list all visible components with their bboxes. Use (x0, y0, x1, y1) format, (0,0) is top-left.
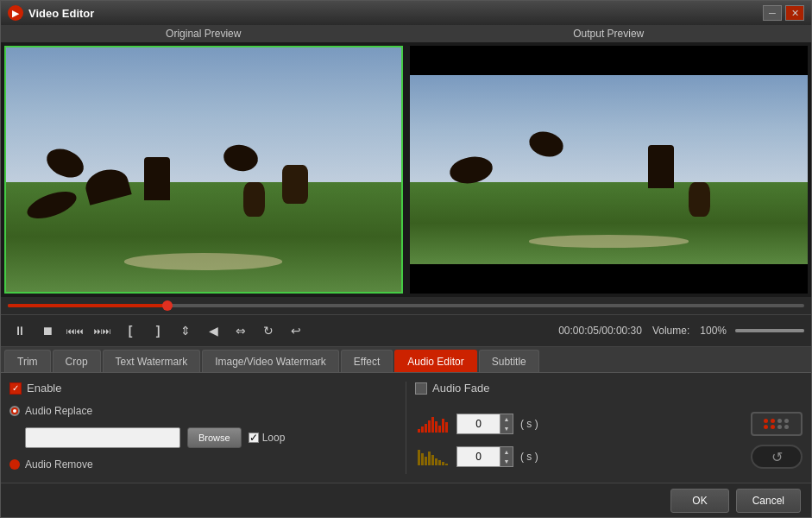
enable-checkbox[interactable]: ✓ (9, 382, 22, 395)
mdot-3 (777, 419, 782, 423)
audio-fade-checkbox[interactable] (415, 382, 427, 395)
fade-in-up-spinner[interactable]: ▲ (500, 414, 513, 424)
preview-area (1, 42, 811, 297)
mute-button[interactable] (751, 412, 803, 436)
enable-row: ✓ Enable (9, 382, 397, 395)
cancel-button[interactable]: Cancel (736, 489, 801, 513)
audio-remove-label: Audio Remove (25, 458, 93, 471)
wbar2-1 (418, 450, 420, 465)
ok-button[interactable]: OK (670, 489, 728, 513)
mdot-2 (771, 419, 775, 423)
seekbar-area (1, 297, 811, 314)
volume-slider[interactable] (735, 329, 804, 332)
audio-replace-radio[interactable] (9, 406, 20, 416)
bird-1 (144, 157, 170, 200)
tab-subtitle[interactable]: Subtitle (479, 350, 539, 372)
seekbar-fill (8, 304, 167, 307)
window-controls: ─ ✕ (763, 5, 804, 21)
current-time: 00:00:05/00:00:30 (558, 325, 642, 337)
minimize-button[interactable]: ─ (763, 5, 782, 21)
rotate-button[interactable]: ↻ (256, 320, 280, 341)
audio-remove-row: Audio Remove (9, 458, 397, 471)
flip-v-button[interactable]: ⇕ (173, 320, 198, 341)
mdot-6 (771, 425, 775, 429)
file-input[interactable] (25, 427, 180, 448)
replay-button[interactable]: ↺ (751, 445, 803, 469)
flip-h-button[interactable]: ⇔ (229, 320, 253, 341)
bottom-black-bar (410, 264, 809, 294)
tab-text-watermark[interactable]: Text Watermark (103, 350, 201, 372)
loop-checkbox[interactable]: ✓ (249, 433, 259, 443)
enable-label: Enable (27, 382, 61, 395)
mdot-1 (764, 419, 768, 423)
audio-replace-section: Audio Replace (9, 405, 397, 417)
wbar-2 (421, 426, 424, 433)
wbar-3 (425, 424, 427, 433)
top-black-bar (410, 46, 809, 75)
wbar-7 (438, 426, 441, 433)
ground-bg-out (410, 182, 809, 264)
wbar2-8 (442, 462, 444, 465)
seekbar[interactable] (8, 304, 804, 307)
fade-in-row: ▲ ▼ ( s ) (415, 412, 803, 436)
wbar-1 (418, 429, 420, 433)
app-icon: ▶ (8, 5, 23, 21)
trim-end-button[interactable]: ] (146, 320, 170, 341)
time-display: 00:00:05/00:00:30 (558, 325, 642, 337)
fade-out-up-spinner[interactable]: ▲ (500, 447, 513, 457)
output-video (410, 46, 809, 294)
audio-fade-label: Audio Fade (432, 382, 490, 395)
seekbar-thumb[interactable] (162, 300, 173, 311)
original-video-content (6, 47, 401, 292)
fade-out-spinners: ▲ ▼ (500, 446, 513, 467)
stop-button[interactable]: ⏹ (35, 320, 60, 341)
prev-button[interactable]: ◀ (201, 320, 225, 341)
title-bar: ▶ Video Editor ─ ✕ (1, 1, 811, 25)
audio-fade-row: Audio Fade (415, 382, 803, 395)
tab-audio-editor[interactable]: Audio Editor (394, 350, 476, 372)
main-window: ▶ Video Editor ─ ✕ Original Preview Outp… (0, 0, 812, 518)
tab-image-watermark[interactable]: Image/Video Watermark (202, 350, 339, 372)
tab-effect[interactable]: Effect (341, 350, 393, 372)
mdot-7 (777, 425, 782, 429)
wbar2-2 (421, 453, 424, 465)
window-title: Video Editor (28, 7, 763, 20)
wbar-9 (445, 422, 448, 433)
mdot-4 (784, 419, 789, 423)
tab-crop[interactable]: Crop (53, 350, 101, 372)
controls-area: ⏸ ⏹ ⏮⏮ ⏭⏭ [ ] ⇕ ◀ ⇔ ↻ ↩ 00:00:05/00:00:3… (1, 314, 811, 347)
undo-button[interactable]: ↩ (284, 320, 308, 341)
fade-out-input-container: ▲ ▼ (456, 446, 513, 467)
wbar-5 (431, 417, 434, 433)
original-preview-label: Original Preview (1, 28, 406, 40)
output-preview-panel (406, 42, 812, 297)
audio-remove-radio[interactable] (9, 459, 20, 470)
fade-in-input-container: ▲ ▼ (456, 414, 513, 434)
fade-out-seconds: ( s ) (520, 451, 538, 463)
fade-out-input[interactable] (456, 446, 500, 467)
pause-button[interactable]: ⏸ (8, 320, 32, 341)
volume-label: Volume: (652, 325, 689, 337)
fade-in-input[interactable] (456, 414, 500, 434)
panel-area: ✓ Enable Audio Replace Browse ✓ Loop (1, 373, 811, 483)
wbar-8 (442, 419, 444, 433)
fade-out-down-spinner[interactable]: ▼ (500, 457, 513, 466)
original-preview-panel (1, 42, 406, 297)
next-frame-button[interactable]: ⏭⏭ (91, 320, 115, 341)
tab-trim[interactable]: Trim (4, 350, 51, 372)
volume-value: 100% (700, 325, 727, 337)
loop-row: ✓ Loop (249, 432, 286, 444)
out-bird-3 (689, 182, 710, 217)
bird-6 (282, 165, 308, 204)
wbar-4 (428, 420, 431, 433)
right-panel: Audio Fade (406, 382, 803, 474)
loop-label: Loop (262, 432, 286, 444)
mdot-5 (764, 425, 768, 429)
ground-light-out (529, 235, 689, 247)
tabs-area: Trim Crop Text Watermark Image/Video Wat… (1, 347, 811, 373)
browse-button[interactable]: Browse (187, 427, 242, 448)
fade-in-down-spinner[interactable]: ▼ (500, 424, 513, 433)
trim-start-button[interactable]: [ (118, 320, 142, 341)
prev-frame-button[interactable]: ⏮⏮ (63, 320, 87, 341)
close-button[interactable]: ✕ (785, 5, 804, 21)
